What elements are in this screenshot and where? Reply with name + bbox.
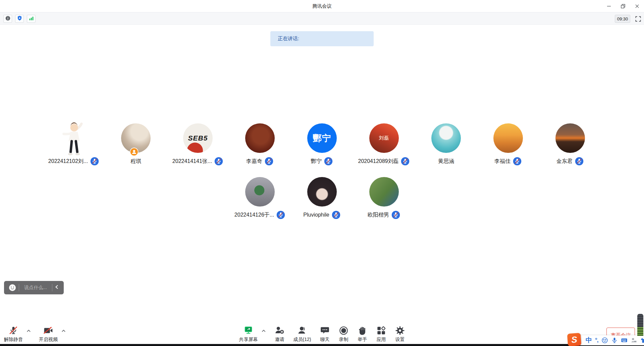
avatar-image xyxy=(307,177,337,207)
participant-tile[interactable]: 刘磊2020412089刘磊 xyxy=(353,123,415,166)
skin-icon[interactable] xyxy=(640,337,644,344)
toolbar-item-hand[interactable]: 举手 xyxy=(357,326,367,343)
participant-name: 金东君 xyxy=(556,158,573,165)
toolbar-item-label: 解除静音 xyxy=(4,337,23,343)
toolbar-item-body[interactable]: 聊天 xyxy=(320,326,330,343)
participants-row-1: 2022412102刘...程琪SEB52022414141张...李嘉奇酆宁酆… xyxy=(0,123,644,166)
toolbar-item-body[interactable]: 设置 xyxy=(395,326,405,343)
mic-muted-icon xyxy=(324,157,333,166)
toolbar-left-group: 解除静音开启视频 xyxy=(4,326,66,343)
voice-input-icon[interactable] xyxy=(611,337,618,344)
participant-avatar xyxy=(307,177,337,208)
chat-collapse-button[interactable] xyxy=(52,285,61,291)
participant-tile[interactable]: 2022414126于... xyxy=(229,177,291,220)
participant-name: 2020412089刘磊 xyxy=(358,158,399,165)
avatar-image xyxy=(245,177,275,207)
keyboard-icon[interactable] xyxy=(621,337,628,344)
toolbar-item-apps[interactable]: 应用 xyxy=(376,326,386,343)
participant-tile[interactable]: 2022412102刘... xyxy=(43,123,105,166)
chat-input-placeholder[interactable]: 说点什么... xyxy=(19,285,52,291)
participant-tile[interactable]: 金东君 xyxy=(539,123,601,166)
toolbar-item-members[interactable]: 成员(12) xyxy=(293,326,311,343)
shield-icon xyxy=(17,15,22,22)
participant-name: Pluviophile xyxy=(303,212,329,218)
avatar-image xyxy=(431,123,461,153)
profile-icon[interactable] xyxy=(631,337,637,344)
mic-muted-icon xyxy=(391,210,400,220)
restore-button[interactable] xyxy=(616,0,630,12)
participant-tile[interactable]: 李福佳 xyxy=(477,123,539,166)
minimize-button[interactable] xyxy=(602,0,616,12)
chevron-up-icon[interactable] xyxy=(26,329,31,333)
hand-icon xyxy=(357,326,367,336)
participant-avatar: SEB5 xyxy=(183,123,213,154)
toolbar-item-body[interactable]: 成员(12) xyxy=(293,326,311,343)
fullscreen-icon xyxy=(635,16,641,22)
toolbar-item-label: 成员(12) xyxy=(293,337,311,343)
participants-grid: 2022412102刘...程琪SEB52022414141张...李嘉奇酆宁酆… xyxy=(0,123,644,220)
quick-chat-bar[interactable]: 说点什么... xyxy=(4,281,64,294)
toolbar-item-body[interactable]: 应用 xyxy=(376,326,386,343)
sogou-logo-icon[interactable]: S xyxy=(567,333,582,346)
participant-name-row: 李嘉奇 xyxy=(246,156,274,166)
meeting-info-button[interactable] xyxy=(3,15,12,23)
toolbar-item-body[interactable]: 举手 xyxy=(357,326,367,343)
toolbar-item-body[interactable]: 录制 xyxy=(338,326,348,343)
participant-name: 李福佳 xyxy=(494,158,511,165)
participant-tile[interactable]: Pluviophile xyxy=(291,177,353,220)
participant-name-row: 程琪 xyxy=(130,156,141,166)
toolbar-item-body[interactable]: 邀请 xyxy=(275,326,285,343)
mic-muted-icon xyxy=(214,157,223,166)
participant-avatar xyxy=(57,123,91,154)
toolbar-item-body[interactable]: 共享屏幕 xyxy=(239,326,258,343)
participant-avatar: 刘磊 xyxy=(369,123,399,154)
avatar-text: 刘磊 xyxy=(379,135,389,141)
fullscreen-button[interactable] xyxy=(635,16,641,22)
emoji-icon[interactable] xyxy=(601,337,608,344)
toolbar-item-label: 应用 xyxy=(376,337,386,343)
toolbar-item-body[interactable]: 解除静音 xyxy=(4,326,23,343)
participant-tile[interactable]: 酆宁酆宁 xyxy=(291,123,353,166)
toolbar-item-label: 邀请 xyxy=(275,337,284,343)
participant-name-row: 2022414141张... xyxy=(172,156,223,166)
participant-tile[interactable]: 黄思涵 xyxy=(415,123,477,166)
window-controls xyxy=(602,0,644,12)
toolbar-item-mic-off[interactable]: 解除静音 xyxy=(4,326,31,343)
participant-tile[interactable]: 程琪 xyxy=(105,123,167,166)
participant-name-row: 2022414126于... xyxy=(234,210,285,220)
window-title: 腾讯会议 xyxy=(0,0,644,12)
person-figure-avatar xyxy=(57,123,91,158)
participant-tile[interactable]: 李嘉奇 xyxy=(229,123,291,166)
network-status-button[interactable] xyxy=(27,15,36,23)
participant-tile[interactable]: SEB52022414141张... xyxy=(167,123,229,166)
participant-tile[interactable]: 欧阳楷男 xyxy=(353,177,415,220)
share-screen-icon xyxy=(244,326,254,336)
toolbar-item-share-screen[interactable]: 共享屏幕 xyxy=(239,326,266,343)
toolbar-item-chat[interactable]: 聊天 xyxy=(320,326,330,343)
toolbar-item-body[interactable]: 开启视频 xyxy=(39,326,58,343)
toolbar-item-settings[interactable]: 设置 xyxy=(395,326,405,343)
meeting-protect-button[interactable] xyxy=(15,15,24,23)
participant-avatar xyxy=(431,123,461,154)
participant-name-row: 李福佳 xyxy=(494,156,522,166)
tencent-meeting-window: 腾讯会议 xyxy=(0,0,644,346)
toolbar-item-record[interactable]: 录制 xyxy=(338,326,348,343)
avatar-image xyxy=(555,123,585,153)
mic-muted-icon xyxy=(575,157,584,166)
ime-language-toggle[interactable]: 中 xyxy=(586,336,592,345)
toolbar-item-label: 共享屏幕 xyxy=(239,337,258,343)
participant-name: 程琪 xyxy=(130,158,141,165)
emoji-smiley-icon[interactable] xyxy=(8,283,17,292)
mic-muted-icon xyxy=(513,157,522,166)
chevron-up-icon[interactable] xyxy=(262,329,266,333)
bottom-toolbar: 解除静音开启视频 共享屏幕邀请成员(12)聊天录制举手应用设置 xyxy=(0,323,644,344)
chevron-up-icon[interactable] xyxy=(61,329,66,333)
speaking-banner: 正在讲话: xyxy=(270,31,374,46)
ime-punctuation-toggle[interactable]: °, xyxy=(595,337,598,344)
close-button[interactable] xyxy=(630,0,644,12)
toolbar-item-invite[interactable]: 邀请 xyxy=(275,326,285,343)
info-icon xyxy=(5,15,11,22)
mic-muted-icon xyxy=(276,210,285,220)
toolbar-item-cam-off[interactable]: 开启视频 xyxy=(39,326,66,343)
participant-name-row: 酆宁 xyxy=(311,156,333,166)
